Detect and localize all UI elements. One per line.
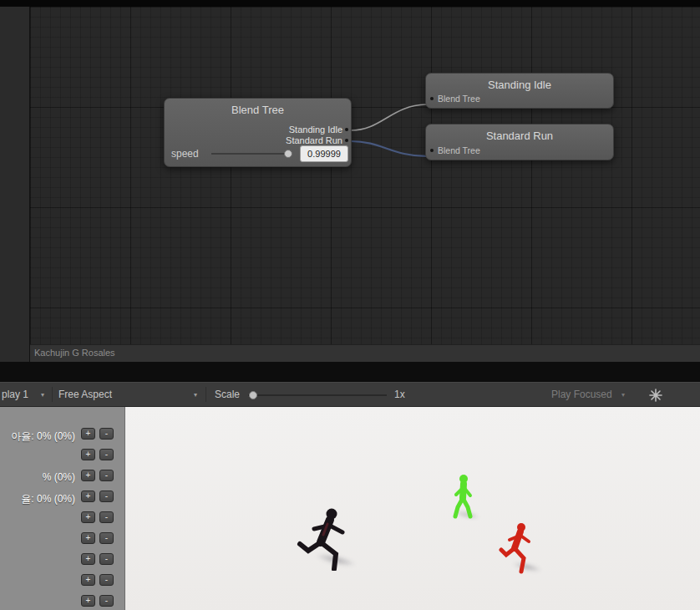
stat-button-rows: +-+-+-+-+-+-+-+-+- [81, 428, 114, 607]
stat-line: 율: 0% (0%) [0, 492, 75, 506]
state-title: Standard Run [426, 130, 613, 142]
increment-button[interactable]: + [81, 449, 95, 460]
separator [205, 387, 206, 402]
character-red-running [499, 521, 535, 582]
stats-panel: 아율: 0% (0%) % (0%) 율: 0% (0%) +-+-+-+-+-… [0, 407, 125, 610]
chevron-down-icon: ▾ [194, 391, 197, 399]
stat-line: 아율: 0% (0%) [0, 430, 75, 444]
window-top-edge [0, 0, 700, 7]
decrement-button[interactable]: - [99, 491, 114, 502]
game-view-toolbar: play 1 ▾ Free Aspect ▾ Scale 1x Play Foc… [0, 382, 700, 407]
increment-button[interactable]: + [81, 470, 95, 481]
animator-footer: Kachujin G Rosales [30, 344, 700, 362]
scale-value: 1x [394, 389, 405, 400]
blend-tree-node[interactable]: Blend Tree Standing Idle Standard Run sp… [164, 98, 352, 167]
state-title: Standing Idle [426, 79, 613, 91]
stat-button-row: +- [81, 574, 114, 586]
increment-button[interactable]: + [81, 428, 95, 440]
unity-editor-window: Blend Tree Standing Idle Standard Run sp… [0, 0, 700, 610]
stat-button-row: +- [81, 553, 114, 565]
blend-output-standing-idle: Standing Idle [289, 125, 342, 135]
stat-button-row: +- [81, 595, 114, 607]
panel-divider [0, 362, 700, 382]
motion-label: Blend Tree [438, 145, 480, 155]
state-node-standing-idle[interactable]: Standing Idle Blend Tree [425, 73, 614, 109]
decrement-button[interactable]: - [99, 532, 114, 544]
play-focused-dropdown[interactable]: Play Focused [551, 389, 612, 400]
chevron-down-icon: ▾ [41, 391, 44, 399]
chevron-down-icon: ▾ [621, 391, 625, 399]
stat-button-row: +- [81, 491, 114, 502]
selected-object-label: Kachujin G Rosales [34, 348, 115, 358]
stat-button-row: +- [81, 428, 114, 440]
input-port-icon[interactable] [430, 97, 434, 100]
increment-button[interactable]: + [81, 574, 95, 586]
speed-slider-handle[interactable] [284, 150, 292, 158]
game-view[interactable]: 아율: 0% (0%) % (0%) 율: 0% (0%) +-+-+-+-+-… [0, 407, 700, 610]
character-green-idle [445, 473, 482, 523]
animator-left-panel-edge [0, 7, 30, 362]
separator [52, 387, 53, 402]
decrement-button[interactable]: - [99, 511, 114, 523]
stat-button-row: +- [81, 449, 114, 460]
motion-label: Blend Tree [438, 94, 480, 104]
decrement-button[interactable]: - [99, 449, 114, 460]
decrement-button[interactable]: - [99, 553, 114, 565]
stat-button-row: +- [81, 470, 114, 481]
scale-slider[interactable] [248, 394, 387, 396]
decrement-button[interactable]: - [99, 470, 114, 481]
increment-button[interactable]: + [81, 595, 95, 607]
scale-label: Scale [215, 389, 240, 400]
animator-graph-canvas[interactable] [30, 7, 700, 344]
aspect-ratio-dropdown[interactable]: Free Aspect [58, 389, 112, 400]
blend-param-row: speed 0.99999 [171, 145, 348, 163]
state-node-standard-run[interactable]: Standard Run Blend Tree [425, 124, 614, 160]
increment-button[interactable]: + [81, 532, 95, 544]
output-port-icon[interactable] [345, 128, 348, 131]
decrement-button[interactable]: - [99, 595, 114, 607]
burst-icon[interactable] [649, 389, 662, 402]
display-dropdown[interactable]: play 1 [2, 389, 28, 400]
decrement-button[interactable]: - [99, 574, 114, 586]
scale-slider-handle[interactable] [249, 391, 257, 399]
stat-button-row: +- [81, 532, 114, 544]
character-black-running [294, 506, 361, 574]
decrement-button[interactable]: - [99, 428, 114, 440]
speed-value-field[interactable]: 0.99999 [300, 145, 348, 162]
increment-button[interactable]: + [81, 491, 95, 502]
input-port-icon[interactable] [430, 149, 434, 152]
stat-line: % (0%) [0, 471, 75, 483]
speed-param-label: speed [171, 148, 208, 160]
increment-button[interactable]: + [81, 553, 95, 565]
output-port-icon[interactable] [345, 139, 348, 142]
increment-button[interactable]: + [81, 511, 95, 523]
speed-slider[interactable] [211, 153, 290, 155]
stat-button-row: +- [81, 511, 114, 523]
blend-tree-node-title: Blend Tree [165, 104, 351, 116]
